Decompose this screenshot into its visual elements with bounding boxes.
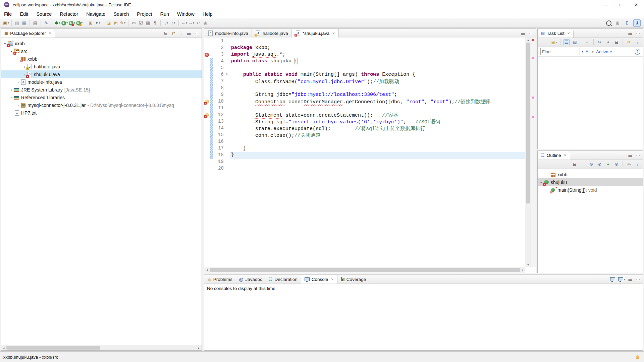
menu-file[interactable]: File xyxy=(0,11,16,17)
new-task-icon[interactable]: ▣▾ xyxy=(551,39,557,45)
table-icon[interactable]: ▦ xyxy=(145,20,151,26)
hide-completed-icon[interactable]: ✂ xyxy=(597,39,603,45)
tab-javadoc[interactable]: @Javadoc xyxy=(236,275,266,284)
show-categorized-icon[interactable]: ☰ xyxy=(564,39,570,45)
tab-task-list[interactable]: ▤ Task List ✕ xyxy=(538,29,574,38)
outline-item-xxbb[interactable]: xxbb xyxy=(538,171,643,178)
focus-workweek-icon[interactable]: ◐ xyxy=(584,39,590,45)
minimize-view-icon[interactable]: ▬ xyxy=(628,31,633,35)
tree-item-module-info-java[interactable]: ›Jmodule-info.java xyxy=(1,78,202,86)
overview-marker[interactable] xyxy=(532,39,534,41)
editor-tab-module-info-java[interactable]: Jmodule-info.java xyxy=(204,29,252,38)
link-with-editor-icon[interactable]: ◎ xyxy=(626,161,632,167)
error-marker-icon[interactable]: ✕ xyxy=(205,53,209,57)
code-editor[interactable]: 12package xxbb;✕3import java.sql.*;4publ… xyxy=(204,38,525,267)
hide-fields-icon[interactable]: ⊘ xyxy=(588,161,594,167)
tree-item-shujuku-java[interactable]: ›J✕shujuku.java xyxy=(1,70,202,78)
menu-refactor[interactable]: Refactor xyxy=(56,11,82,17)
task-icon[interactable]: ☑ xyxy=(138,20,144,26)
open-folder-icon[interactable]: ◪ xyxy=(106,20,112,26)
all-filter-link[interactable]: All xyxy=(586,49,591,54)
maximize-view-icon[interactable]: ▭ xyxy=(636,277,640,282)
minimize-view-icon[interactable]: ▬ xyxy=(628,153,633,157)
maximize-window-button[interactable]: □ xyxy=(613,0,629,9)
menu-search[interactable]: Search xyxy=(109,11,133,17)
synchronize-icon[interactable]: ⇄ xyxy=(626,39,632,45)
menu-source[interactable]: Source xyxy=(32,11,56,17)
minimize-window-button[interactable]: — xyxy=(598,0,613,9)
overview-marker[interactable] xyxy=(532,97,534,99)
sort-icon[interactable]: ↓ xyxy=(580,161,586,167)
close-window-button[interactable]: ✕ xyxy=(629,0,644,9)
maximize-view-icon[interactable]: ▭ xyxy=(194,31,199,36)
overview-ruler[interactable] xyxy=(531,38,536,267)
scope-arrow-icon[interactable]: ▸ xyxy=(582,50,584,53)
tab-package-explorer[interactable]: ▦ Package Explorer ✕ xyxy=(1,29,55,38)
tree-item-halibote-java[interactable]: ›J!halibote.java xyxy=(1,63,202,70)
quickfix-error-icon[interactable] xyxy=(205,100,209,104)
notification-icon[interactable] xyxy=(636,355,639,359)
menu-help[interactable]: Help xyxy=(199,11,217,17)
activate-arrow-icon[interactable]: ▸ xyxy=(593,50,594,53)
tree-item-xxbb[interactable]: ›✕xxbb xyxy=(1,55,202,63)
chevron-down-icon[interactable]: › xyxy=(10,95,14,100)
display-selected-console-icon[interactable] xyxy=(610,277,615,281)
show-public-icon[interactable]: ● xyxy=(605,161,611,167)
minimize-view-icon[interactable]: ▬ xyxy=(186,31,191,35)
search-icon[interactable] xyxy=(606,20,612,26)
debug-icon[interactable]: ✱▾ xyxy=(54,20,60,26)
tab-coverage[interactable]: Coverage xyxy=(337,275,370,284)
save-icon[interactable]: ▥ xyxy=(14,20,20,26)
view-menu-icon[interactable]: ⋮ xyxy=(634,39,640,45)
menu-run[interactable]: Run xyxy=(156,11,173,17)
back-icon[interactable]: ←▾ xyxy=(181,20,187,26)
pin-editor-icon[interactable]: ◉ xyxy=(202,20,208,26)
new-wizard-icon[interactable]: ▣▾ xyxy=(3,20,9,26)
annotate-icon[interactable]: ✎▾ xyxy=(120,20,126,26)
hide-static-icon[interactable]: ⊘ xyxy=(597,161,603,167)
tree-item-xxbb[interactable]: ›J✕xxbb xyxy=(1,40,202,47)
close-icon[interactable]: ✕ xyxy=(564,154,567,157)
external-tools-icon[interactable]: ▶▾ xyxy=(76,20,83,26)
collapse-all-icon[interactable]: ⊟ xyxy=(572,161,578,167)
run-icon[interactable]: ▶▾ xyxy=(61,20,68,26)
minimize-editor-icon[interactable]: ▬ xyxy=(521,31,525,35)
minimize-view-icon[interactable]: ▬ xyxy=(628,277,633,281)
view-menu-icon[interactable]: ⋮ xyxy=(634,161,640,167)
tree-item-hp7-txt[interactable]: ☰HP7.txt xyxy=(1,109,202,117)
skip-breakpoints-icon[interactable]: ✎ xyxy=(43,20,49,26)
close-icon[interactable]: ✕ xyxy=(331,278,333,281)
link-with-editor-icon[interactable]: ⇄ xyxy=(171,31,176,36)
tab-console[interactable]: Console✕ xyxy=(301,275,337,284)
tree-item-src[interactable]: ›✕src xyxy=(1,47,202,55)
filter-mine-icon[interactable]: ✦ xyxy=(605,39,611,45)
editor-tab--shujuku-java[interactable]: J✕*shujuku.java✕ xyxy=(292,29,339,38)
maximize-view-icon[interactable]: ▭ xyxy=(636,153,640,158)
editor-vscrollbar[interactable]: ▴ ▾ xyxy=(525,38,531,267)
forward-icon[interactable]: →▾ xyxy=(188,20,194,26)
find-input[interactable] xyxy=(540,48,580,55)
next-annotation-icon[interactable]: ↓▾ xyxy=(163,20,169,26)
package-explorer-hscrollbar[interactable]: ◂ ▸ xyxy=(1,345,202,350)
tree-item-jre-system-library[interactable]: ›JRE System Library[JavaSE-15] xyxy=(1,86,202,94)
activate-link[interactable]: Activate... xyxy=(596,49,616,54)
tree-item-referenced-libraries[interactable]: ›Referenced Libraries xyxy=(1,94,202,101)
maximize-editor-icon[interactable]: ▭ xyxy=(528,31,533,36)
close-icon[interactable]: ✕ xyxy=(332,32,335,35)
close-icon[interactable]: ✕ xyxy=(567,32,570,35)
chevron-right-icon[interactable]: › xyxy=(9,88,14,92)
print-icon[interactable]: ▤ xyxy=(32,20,38,26)
quickfix-error-icon[interactable] xyxy=(205,113,209,117)
java-perspective-icon[interactable]: J xyxy=(633,20,641,26)
pilcrow-icon[interactable]: ¶ xyxy=(152,20,158,26)
maximize-view-icon[interactable]: ▭ xyxy=(636,31,640,36)
open-perspective-icon[interactable]: ⊞ xyxy=(614,20,621,26)
collapse-all-icon[interactable]: ⊟ xyxy=(613,39,620,45)
coverage-launch-icon[interactable]: ▶▾ xyxy=(69,20,75,26)
menu-edit[interactable]: Edit xyxy=(16,11,32,17)
tab-problems[interactable]: ⚠Problems xyxy=(204,275,236,284)
editor-tab-halibote-java[interactable]: J!halibote.java xyxy=(252,29,292,38)
new-java-project-icon[interactable]: ⊞ xyxy=(88,20,94,26)
mail-icon[interactable]: ✉ xyxy=(131,20,137,26)
prev-annotation-icon[interactable]: ↑▾ xyxy=(170,20,176,26)
